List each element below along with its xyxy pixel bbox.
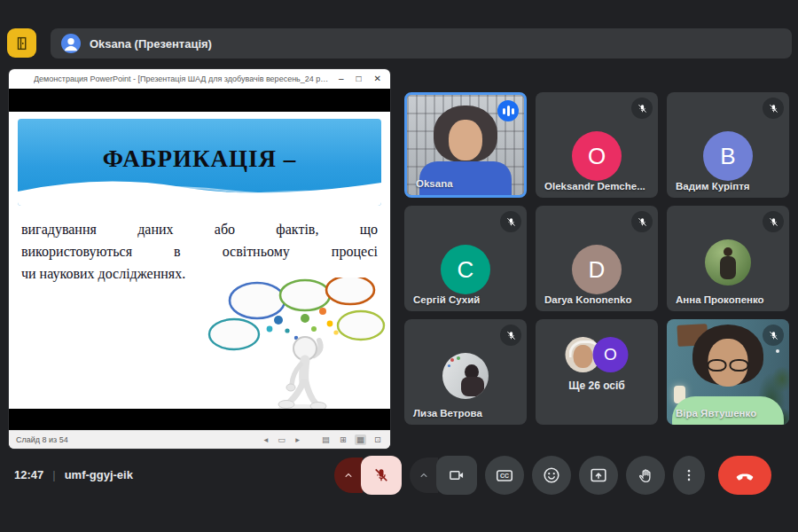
slide-canvas: ФАБРИКАЦІЯ – вигадування даних або факті… <box>9 112 390 409</box>
mic-options-chevron[interactable] <box>334 458 363 493</box>
close-button[interactable]: ✕ <box>374 74 381 83</box>
letterbox-top <box>9 89 390 112</box>
anna-photo-avatar <box>705 239 751 286</box>
mic-off-icon <box>763 211 784 232</box>
participant-name: Darya Kononenko <box>544 294 631 305</box>
divider: | <box>52 468 55 481</box>
slide-counter: Слайд 8 из 54 <box>16 435 68 444</box>
camera-control-group <box>410 456 477 495</box>
svg-text:CC: CC <box>500 473 509 479</box>
mic-off-icon <box>372 466 390 484</box>
mic-off-icon <box>763 325 784 346</box>
call-end-icon <box>734 465 755 486</box>
participant-name: Сергій Сухий <box>413 294 480 305</box>
slide-title: ФАБРИКАЦІЯ – <box>103 145 297 173</box>
participant-name: Oksana <box>416 178 453 189</box>
tile-darya[interactable]: D Darya Kononenko <box>536 206 658 311</box>
window-titlebar: Демонстрация PowerPoint - [Презентація Ш… <box>9 69 390 89</box>
more-options-button[interactable] <box>673 456 705 495</box>
liza-photo-avatar <box>442 353 489 399</box>
end-call-button[interactable] <box>718 456 771 495</box>
maximize-button[interactable]: □ <box>356 74 362 83</box>
clock-time: 12:47 <box>14 468 43 481</box>
mic-mute-button[interactable] <box>361 456 402 495</box>
view-normal-button[interactable]: ▤ <box>320 434 332 445</box>
camera-icon <box>448 466 466 484</box>
mic-off-icon <box>763 98 784 119</box>
next-slide-button[interactable]: ▸ <box>293 434 301 445</box>
mic-off-icon <box>631 98 653 119</box>
avatar-initial: D <box>572 245 622 294</box>
minimize-button[interactable]: – <box>339 74 344 83</box>
tile-serhii[interactable]: C Сергій Сухий <box>404 206 527 311</box>
slide-title-banner: ФАБРИКАЦІЯ – <box>18 119 381 206</box>
overflow-label: Ще 26 осіб <box>536 379 658 392</box>
presenter-name: Oksana (Презентація) <box>90 37 212 51</box>
tile-more-participants[interactable]: O Ще 26 осіб <box>536 319 658 425</box>
view-sorter-button[interactable]: ▦ <box>355 434 366 445</box>
meeting-code: umf-ggyj-eik <box>65 468 133 481</box>
annotation-pen-button[interactable]: ▭ <box>276 434 287 445</box>
slide-body-text: вигадування даних або фактів, що викорис… <box>21 218 378 285</box>
overflow-avatars: O <box>566 337 629 372</box>
slideshow-button[interactable]: ⊡ <box>372 434 383 445</box>
thinking-figure-illustration <box>200 278 388 409</box>
chevron-up-icon <box>418 469 430 481</box>
tile-liza[interactable]: Лиза Ветрова <box>404 319 527 425</box>
window-title: Демонстрация PowerPoint - [Презентація Ш… <box>34 74 332 83</box>
wave-decoration <box>18 172 381 206</box>
view-grid-button[interactable]: ⊞ <box>338 434 348 445</box>
mic-off-icon <box>500 325 521 346</box>
camera-button[interactable] <box>436 456 477 495</box>
mic-off-icon <box>631 211 653 232</box>
reactions-button[interactable] <box>532 456 571 495</box>
presenter-avatar-icon <box>61 34 81 53</box>
chevron-up-icon <box>342 469 355 481</box>
camera-options-chevron[interactable] <box>410 458 438 493</box>
presenter-pill[interactable]: Oksana (Презентація) <box>51 28 792 59</box>
video-detail <box>449 120 482 160</box>
participant-name: Oleksandr Demche... <box>544 181 645 192</box>
glasses-detail <box>708 359 749 372</box>
shared-screen-window[interactable]: Демонстрация PowerPoint - [Презентація Ш… <box>9 69 390 449</box>
hand-icon <box>637 466 655 485</box>
mic-off-icon <box>500 211 521 232</box>
captions-button[interactable]: CC <box>485 456 524 495</box>
participant-name: Вадим Куріптя <box>676 181 750 192</box>
meeting-info: 12:47 | umf-ggyj-eik <box>14 468 133 481</box>
participant-name: Лиза Ветрова <box>413 408 482 419</box>
presentation-status-bar: Слайд 8 из 54 ◂ ▭ ▸ ▤ ⊞ ▦ ⊡ <box>9 430 390 449</box>
avatar-initial: O <box>572 131 622 181</box>
door-icon <box>14 35 30 51</box>
tile-vadym[interactable]: В Вадим Куріптя <box>667 92 789 198</box>
emoji-smile-icon <box>542 466 561 485</box>
call-controls-toolbar: CC <box>334 455 771 496</box>
captions-icon: CC <box>495 466 514 485</box>
more-vertical-icon <box>681 467 697 483</box>
present-icon <box>589 466 608 485</box>
letterbox-bottom <box>9 409 390 430</box>
tile-oleksandr[interactable]: O Oleksandr Demche... <box>536 92 658 198</box>
prev-slide-button[interactable]: ◂ <box>262 434 270 445</box>
present-screen-button[interactable] <box>579 456 618 495</box>
participant-name: Віра Явтушенко <box>676 408 756 419</box>
participants-grid: Oksana O Oleksandr Demche... В Вадим Кур… <box>404 92 789 425</box>
avatar-initial: В <box>703 131 753 181</box>
raise-hand-button[interactable] <box>626 456 665 495</box>
tile-anna[interactable]: Анна Прокопенко <box>667 206 789 311</box>
overflow-count-avatar: O <box>593 337 629 372</box>
door-exit-button[interactable] <box>7 28 36 58</box>
participant-name: Анна Прокопенко <box>676 294 764 305</box>
tile-oksana[interactable]: Oksana <box>404 92 527 198</box>
tile-vira[interactable]: Віра Явтушенко <box>667 319 789 425</box>
notification-dot <box>776 349 779 353</box>
speaking-indicator-icon <box>497 100 519 121</box>
avatar-initial: C <box>441 245 490 294</box>
mic-control-group <box>334 456 402 495</box>
